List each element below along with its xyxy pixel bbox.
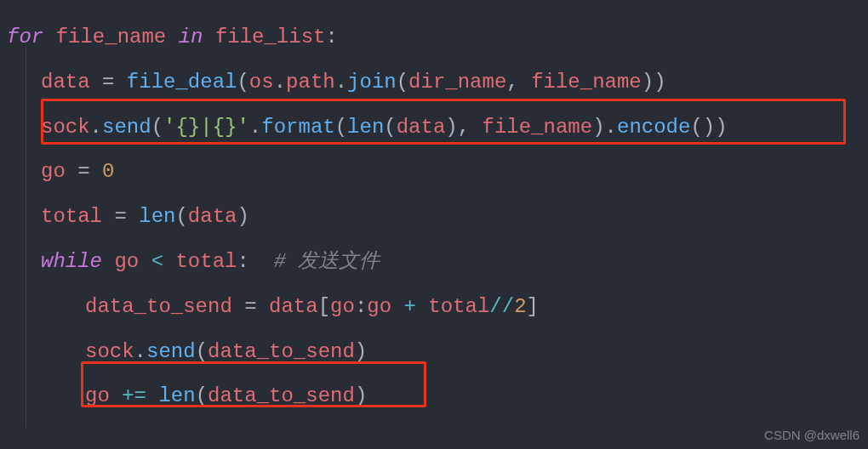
fn-join: join [347,71,397,94]
fn-send: send [146,340,196,363]
ident-total: total [428,295,489,318]
ident-total: total [175,250,237,273]
fn-len: len [158,384,195,407]
fn-format: format [261,116,334,139]
comment: # 发送文件 [249,250,380,273]
ident-file-list: file_list [215,26,326,48]
watermark: CSDN @dxwell6 [764,424,859,446]
code-line-1: for file_name in file_list: [7,15,861,60]
colon: : [326,26,338,48]
ident-dir-name: dir_name [408,71,506,94]
code-line-5: total = len(data) [7,195,861,240]
code-line-2: data = file_deal(os.path.join(dir_name, … [7,60,861,105]
ident-file-name: file_name [483,116,593,139]
ident-data-to-send: data_to_send [85,295,232,318]
code-line-3: sock.send('{}|{}'.format(len(data), file… [7,105,861,151]
ident-file-name: file_name [531,71,642,94]
ident-go: go [114,250,139,273]
ident-data: data [397,116,446,139]
op-plus-eq: += [110,384,159,407]
ident-data-to-send: data_to_send [208,340,355,363]
code-line-9: go += len(data_to_send) [7,374,861,419]
op-assign: = [66,160,102,183]
fn-len: len [139,205,175,228]
ident-path: path [286,71,335,94]
code-block: for file_name in file_list: data = file_… [0,0,868,435]
ident-file-name: file_name [56,26,167,48]
ident-go: go [85,384,110,407]
keyword-for: for [7,26,43,48]
ident-data: data [269,295,318,318]
op-floordiv: // [489,295,514,318]
ident-total: total [41,205,102,228]
fn-encode: encode [617,116,690,139]
op-assign: = [232,295,269,318]
fn-file-deal: file_deal [127,71,237,94]
fn-len: len [347,116,384,139]
ident-data-to-send: data_to_send [208,384,355,407]
ident-go: go [41,160,66,183]
code-line-6: while go < total: # 发送文件 [7,240,861,285]
op-assign: = [90,71,127,94]
op-lt: < [139,250,175,273]
ident-sock: sock [85,340,134,363]
ident-data: data [188,205,237,228]
ident-go: go [367,295,391,318]
ident-sock: sock [41,116,90,139]
number-zero: 0 [102,160,114,183]
fn-send: send [102,116,151,139]
keyword-in: in [179,26,203,48]
code-line-7: data_to_send = data[go:go + total//2] [7,285,861,330]
number-two: 2 [514,295,526,318]
ident-data: data [41,71,90,94]
op-plus: + [391,295,428,318]
code-line-8: sock.send(data_to_send) [7,330,861,375]
keyword-while: while [41,250,102,273]
op-assign: = [102,205,139,228]
code-line-4: go = 0 [7,150,861,195]
ident-os: os [249,71,274,94]
string-literal: '{}|{}' [163,116,249,139]
ident-go: go [330,295,355,318]
